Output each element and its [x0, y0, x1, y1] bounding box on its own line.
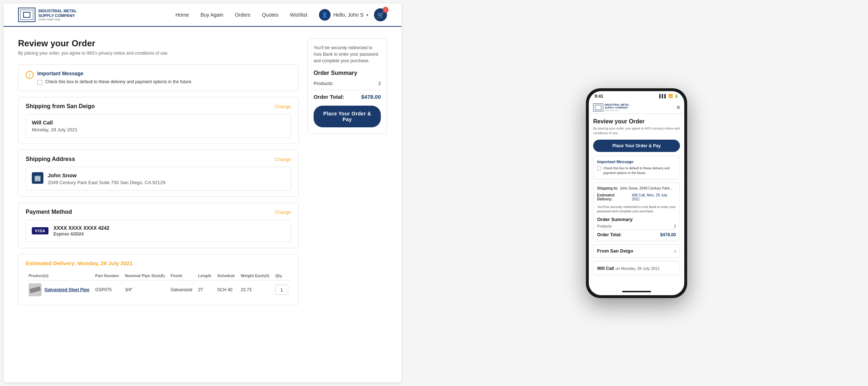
left-column: Review your Order By placing your order,… [18, 38, 299, 311]
phone-status-icons: ▌▌▌ 📶 🔋 [659, 94, 678, 98]
logo-text: INDUSTRIAL METAL SUPPLY COMPANY metal ma… [38, 9, 77, 21]
shipping-method-name: Will Call [32, 119, 285, 126]
pipe-shape [29, 286, 41, 293]
phone-screen: 9:41 ▌▌▌ 📶 🔋 INDUSTRIAL METAL SUPPLY COM… [589, 91, 684, 295]
col-product: Product(s) [26, 271, 92, 280]
shipping-from-header: Shipping from San Deigo Change [26, 103, 291, 110]
phone-products-label: Products: [597, 224, 612, 228]
right-column: You'll be securely redirected to Axis Ba… [307, 38, 387, 311]
order-summary-card: You'll be securely redirected to Axis Ba… [307, 38, 387, 133]
phone-brand-name2: SUPPLY COMPANY [605, 106, 629, 109]
chevron-down-icon: ▾ [366, 13, 368, 17]
shipping-from-title: Shipping from San Deigo [26, 103, 95, 110]
col-schedule: Schedule [214, 271, 238, 280]
shipping-address-title: Shipping Address [26, 156, 75, 162]
important-message-content: Important Message Check this box to defa… [37, 71, 192, 85]
hamburger-icon[interactable]: ≡ [677, 104, 680, 111]
page-title: Review your Order [18, 38, 299, 48]
shipping-method-date: Monday, 28 July 2021 [32, 127, 285, 132]
brand-tagline: metal made easy [38, 18, 77, 21]
phone-from-title: From San Deigo [597, 248, 633, 254]
phone-frame: 9:41 ▌▌▌ 📶 🔋 INDUSTRIAL METAL SUPPLY COM… [586, 88, 687, 298]
phone-place-order-button[interactable]: Place Your Order & Pay [593, 140, 680, 152]
phone-page-subtitle: By placing your order, you agree to IMS'… [593, 126, 680, 135]
col-length: Length [195, 271, 214, 280]
signal-icon: ▌▌▌ [659, 94, 667, 98]
part-number-cell: GSP075 [92, 280, 122, 300]
phone-products-row: Products: 2 [597, 224, 676, 228]
default-options-label: Check this box to default to these deliv… [45, 79, 192, 84]
nav-quotes[interactable]: Quotes [262, 12, 278, 18]
phone-order-summary-title: Order Summary [597, 217, 676, 222]
phone-estimated-delivery-row: Estimated Delivery: Will Call, Mon, 28 J… [597, 193, 676, 203]
payment-change-link[interactable]: Change [275, 209, 291, 215]
brand-name-line1: INDUSTRIAL METAL [38, 9, 77, 13]
card-info: XXXX XXXX XXXX 4242 Expires 4/2024 [54, 225, 110, 237]
place-order-button[interactable]: Place Your Order & Pay [314, 106, 381, 127]
phone-brand-name1: INDUSTRIAL METAL [605, 103, 629, 106]
default-options-checkbox[interactable] [37, 80, 42, 85]
phone-nav: INDUSTRIAL METAL SUPPLY COMPANY metal ma… [589, 101, 684, 114]
phone-logo: INDUSTRIAL METAL SUPPLY COMPANY metal ma… [593, 103, 629, 112]
payment-method-card: Payment Method Change VISA XXXX XXXX XXX… [18, 203, 299, 248]
wifi-icon: 📶 [668, 94, 673, 98]
desktop-panel: INDUSTRIAL METAL SUPPLY COMPANY metal ma… [4, 4, 401, 382]
order-summary-title: Order Summary [314, 70, 381, 76]
phone-from-card[interactable]: From San Deigo › [593, 244, 680, 258]
table-row: Galvanized Steel Pipe GSP075 3/4" Galvan… [26, 280, 291, 300]
phone-shipping-to-label: Shipping to: [597, 186, 618, 190]
phone-estimated-delivery-label: Estimated Delivery: [597, 193, 630, 201]
phone-willcall-title: Will Call [597, 266, 614, 271]
pipe-size-cell: 3/4" [122, 280, 167, 300]
phone-total-row: Order Total: $478.00 [597, 230, 676, 237]
shipping-address-header: Shipping Address Change [26, 156, 291, 162]
shipping-address-change-link[interactable]: Change [275, 157, 291, 162]
phone-important-message-card: Important Message Check this box to defa… [593, 156, 680, 179]
navigation: INDUSTRIAL METAL SUPPLY COMPANY metal ma… [4, 4, 401, 27]
phone-total-label: Order Total: [597, 232, 622, 237]
warning-icon: ! [26, 71, 34, 79]
shipping-from-change-link[interactable]: Change [275, 104, 291, 109]
qty-box[interactable]: 1 [275, 285, 288, 295]
finish-cell: Galvanized [168, 280, 195, 300]
nav-wishlist[interactable]: Wishlist [290, 12, 307, 18]
card-expiry: Expires 4/2024 [54, 232, 110, 237]
products-label: Products: [314, 81, 333, 86]
phone-total-value: $478.00 [660, 232, 676, 237]
brand-name-line2: SUPPLY COMPANY [38, 13, 77, 18]
order-total-label: Order Total: [314, 94, 344, 100]
phone-products-value: 2 [674, 224, 676, 228]
important-message-card: ! Important Message Check this box to de… [18, 64, 299, 91]
phone-time: 9:41 [595, 94, 603, 99]
phone-important-message-title: Important Message [597, 160, 676, 164]
order-total-row: Order Total: $478.00 [314, 90, 381, 100]
username: Hello, John S [333, 12, 363, 18]
products-value: 2 [378, 81, 381, 86]
address-line: 2049 Century Park East Suite 750 San Die… [48, 180, 165, 185]
col-weight: Weight Each(#) [238, 271, 272, 280]
chevron-right-icon: › [674, 248, 676, 254]
product-table: Product(s) Part Number Nominal Pipe Size… [26, 271, 291, 299]
phone-checkbox[interactable] [597, 166, 601, 170]
cart-button[interactable]: 🛒 2 [374, 8, 387, 21]
nav-orders[interactable]: Orders [235, 12, 251, 18]
user-menu[interactable]: 👤 Hello, John S ▾ [319, 9, 368, 21]
logo[interactable]: INDUSTRIAL METAL SUPPLY COMPANY metal ma… [18, 8, 77, 22]
phone-redirect-text: You'll be securely redirected to Axis Ba… [597, 205, 676, 214]
nav-home[interactable]: Home [175, 12, 189, 18]
shipping-address-card: Shipping Address Change 🏢 John Snow 2049… [18, 150, 299, 197]
important-message: ! Important Message Check this box to de… [26, 71, 291, 85]
address-detail-card: 🏢 John Snow 2049 Century Park East Suite… [26, 167, 291, 191]
product-link[interactable]: Galvanized Steel Pipe [44, 287, 89, 292]
phone-home-bar [589, 288, 684, 295]
col-part-number: Part Number [92, 271, 122, 280]
nav-links: Home Buy Again Orders Quotes Wishlist [175, 12, 307, 18]
phone-content: Review your Order By placing your order,… [589, 114, 684, 288]
card-number: XXXX XXXX XXXX 4242 [54, 225, 110, 231]
nav-buy-again[interactable]: Buy Again [200, 12, 223, 18]
phone-estimated-delivery-value: Will Call, Mon, 28 July 2021 [632, 193, 676, 203]
default-options-checkbox-row: Check this box to default to these deliv… [37, 79, 192, 85]
phone-brand-tagline: metal made easy [605, 109, 629, 111]
payment-method-header: Payment Method Change [26, 209, 291, 215]
phone-checkbox-row: Check this box to default to these deliv… [597, 166, 676, 175]
